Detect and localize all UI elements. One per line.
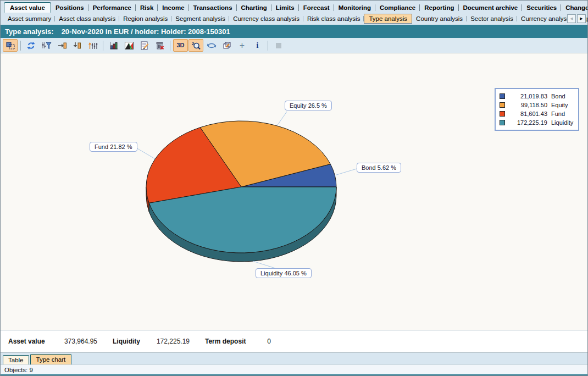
summary-label-term-deposit: Term deposit bbox=[205, 338, 256, 345]
perspective-button[interactable] bbox=[219, 39, 234, 52]
bar-chart-button[interactable] bbox=[106, 39, 121, 52]
toolbar-separator bbox=[20, 41, 21, 51]
refresh-button[interactable] bbox=[24, 39, 38, 52]
summary-value-asset-value: 373,964.95 bbox=[60, 338, 97, 345]
plus-icon: + bbox=[240, 41, 245, 50]
analysis-tab-bar: Asset summary Asset class analysis Regio… bbox=[1, 13, 587, 25]
filter-button[interactable] bbox=[39, 39, 54, 52]
subtab-country-analysis[interactable]: Country analysis bbox=[412, 14, 467, 24]
subtab-currency-class-analysis[interactable]: Currency class analysis bbox=[229, 14, 303, 24]
three-d-toggle-button[interactable]: 3D bbox=[173, 39, 188, 52]
legend-amount: 21,019.83 bbox=[509, 93, 547, 99]
chart-settings-button[interactable] bbox=[85, 39, 100, 52]
subtab-risk-class-analysis[interactable]: Risk class analysis bbox=[303, 14, 364, 24]
view-title: Type analysis: bbox=[5, 27, 54, 36]
import-column-button[interactable] bbox=[70, 39, 85, 52]
edit-report-icon bbox=[139, 41, 150, 51]
toolbar-separator bbox=[268, 41, 268, 51]
delete-icon bbox=[154, 41, 165, 51]
view-context: 20-Nov-2020 in EUR / holder: Holder: 200… bbox=[62, 27, 230, 36]
tab-securities[interactable]: Securities bbox=[522, 3, 561, 13]
three-d-icon: 3D bbox=[176, 42, 184, 48]
tab-forecast[interactable]: Forecast bbox=[299, 3, 334, 13]
subtab-asset-class-analysis[interactable]: Asset class analysis bbox=[55, 14, 119, 24]
bottom-tab-bar: Table Type chart bbox=[1, 352, 587, 364]
tab-positions[interactable]: Positions bbox=[51, 3, 88, 13]
summary-label-asset-value: Asset value bbox=[8, 338, 60, 345]
scroll-tabs-right-button[interactable]: ▶ bbox=[577, 14, 586, 23]
pie-callout-line-equity bbox=[277, 112, 287, 126]
subtab-region-analysis[interactable]: Region analysis bbox=[119, 14, 171, 24]
legend-swatch-fund bbox=[500, 111, 505, 117]
color-chart-icon bbox=[124, 41, 135, 51]
toolbar-separator bbox=[170, 41, 170, 51]
info-button[interactable]: i bbox=[250, 39, 265, 52]
bottom-tab-type-chart[interactable]: Type chart bbox=[30, 354, 72, 364]
refresh-icon bbox=[26, 41, 37, 51]
legend-swatch-equity bbox=[500, 102, 505, 108]
tab-transactions[interactable]: Transactions bbox=[189, 3, 237, 13]
pie-callout-bond: Bond 5.62 % bbox=[357, 163, 401, 173]
legend-name: Fund bbox=[551, 110, 565, 117]
delete-button[interactable] bbox=[152, 39, 167, 52]
tab-document-archive[interactable]: Document archive bbox=[459, 3, 523, 13]
subtab-segment-analysis[interactable]: Segment analysis bbox=[171, 14, 229, 24]
view-title-bar: Type analysis: 20-Nov-2020 in EUR / hold… bbox=[1, 25, 587, 38]
objects-count: Objects: 9 bbox=[4, 367, 33, 373]
legend-name: Liquidity bbox=[551, 119, 573, 126]
subtab-sector-analysis[interactable]: Sector analysis bbox=[467, 14, 517, 24]
tab-performance[interactable]: Performance bbox=[88, 3, 136, 13]
pie-callout-equity: Equity 26.5 % bbox=[285, 101, 332, 110]
rotate-icon bbox=[206, 41, 217, 51]
export-column-button[interactable] bbox=[54, 39, 69, 52]
pie-callout-fund: Fund 21.82 % bbox=[90, 142, 137, 152]
subtab-currency-analysis[interactable]: Currency analysis bbox=[517, 14, 575, 24]
legend-amount: 99,118.50 bbox=[509, 102, 547, 108]
legend-swatch-bond bbox=[500, 93, 505, 99]
zoom-mode-button[interactable]: 2 bbox=[188, 39, 203, 52]
chart-legend: 21,019.83 Bond 99,118.50 Equity 81,601.4… bbox=[495, 88, 579, 131]
main-tab-bar: Asset value Positions Performance Risk I… bbox=[1, 1, 587, 13]
legend-amount: 172,225.19 bbox=[509, 119, 547, 126]
fit-diagram-button[interactable] bbox=[3, 39, 18, 52]
summary-value-liquidity: 172,225.19 bbox=[148, 338, 190, 345]
tab-income[interactable]: Income bbox=[158, 3, 188, 13]
color-chart-button[interactable] bbox=[121, 39, 136, 52]
chart-settings-icon bbox=[87, 41, 98, 51]
legend-name: Bond bbox=[551, 93, 565, 99]
legend-item-liquidity: 172,225.19 Liquidity bbox=[500, 118, 573, 127]
tab-change-tracking[interactable]: Change tracking bbox=[561, 3, 588, 13]
tab-scroll-controls: ◀ ▶ bbox=[567, 14, 586, 23]
bottom-tab-table[interactable]: Table bbox=[3, 355, 29, 364]
legend-name: Equity bbox=[551, 102, 568, 108]
legend-item-equity: 99,118.50 Equity bbox=[500, 101, 573, 109]
pie-callout-liquidity: Liquidity 46.05 % bbox=[256, 268, 312, 278]
subtab-asset-summary[interactable]: Asset summary bbox=[4, 14, 55, 24]
perspective-icon bbox=[221, 41, 232, 51]
tab-compliance[interactable]: Compliance bbox=[375, 3, 420, 13]
subtab-type-analysis[interactable]: Type analysis bbox=[364, 14, 412, 24]
filter-icon bbox=[41, 41, 52, 51]
edit-report-button[interactable] bbox=[137, 39, 152, 52]
tab-risk[interactable]: Risk bbox=[136, 3, 158, 13]
tab-asset-value[interactable]: Asset value bbox=[4, 2, 51, 13]
summary-label-liquidity: Liquidity bbox=[113, 338, 148, 345]
summary-row: Asset value 373,964.95 Liquidity 172,225… bbox=[1, 330, 587, 352]
rotate-button[interactable] bbox=[204, 39, 219, 52]
tab-charting[interactable]: Charting bbox=[237, 3, 271, 13]
pie-chart-panel: Equity 26.5 % Bond 5.62 % Fund 21.82 % L… bbox=[1, 53, 587, 330]
chevron-right-icon: ▶ bbox=[580, 16, 583, 21]
legend-item-bond: 21,019.83 Bond bbox=[500, 92, 573, 101]
scroll-tabs-left-button[interactable]: ◀ bbox=[567, 14, 576, 23]
crosshair-button[interactable]: + bbox=[235, 39, 249, 52]
legend-amount: 81,601.43 bbox=[509, 110, 547, 117]
tab-reporting[interactable]: Reporting bbox=[420, 3, 458, 13]
pie-callout-line-bond bbox=[335, 169, 357, 175]
pie-callout-line-fund bbox=[136, 148, 155, 159]
application-window: Asset value Positions Performance Risk I… bbox=[0, 0, 588, 376]
tab-monitoring[interactable]: Monitoring bbox=[334, 3, 375, 13]
toolbar-separator bbox=[103, 41, 103, 51]
column-right-icon bbox=[57, 41, 68, 51]
tab-limits[interactable]: Limits bbox=[271, 3, 299, 13]
info-icon: i bbox=[257, 42, 259, 49]
